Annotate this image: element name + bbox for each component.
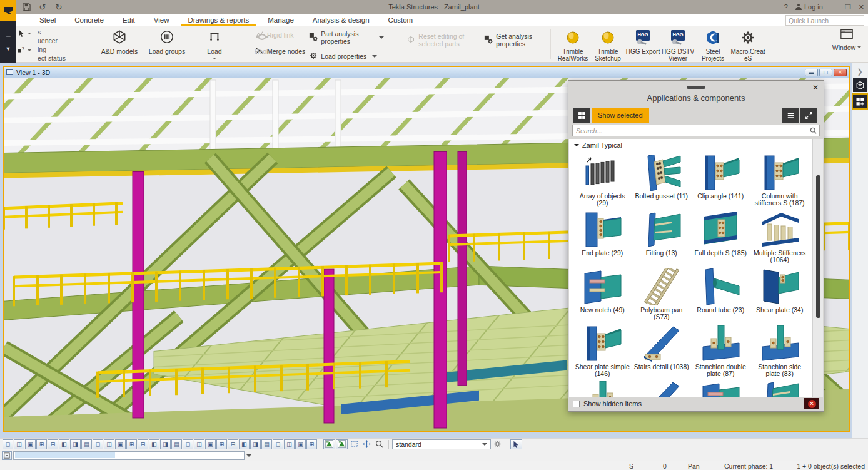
file-menu-rail[interactable]: ≡ ▼ bbox=[0, 21, 16, 63]
zoom-button[interactable] bbox=[373, 439, 385, 449]
quick-launch-input[interactable] bbox=[786, 17, 868, 24]
rigid-link-button[interactable]: Rigid link bbox=[255, 30, 305, 40]
selection-switch-5[interactable]: ⊟ bbox=[48, 439, 58, 449]
selection-switch-26[interactable]: ◫ bbox=[284, 439, 295, 449]
selection-switch-8[interactable]: ▤ bbox=[81, 439, 92, 449]
tab-manage[interactable]: Manage bbox=[258, 16, 303, 24]
login-button[interactable]: Log in bbox=[795, 3, 823, 11]
selection-switch-7[interactable]: ◨ bbox=[70, 439, 81, 449]
component-item-stanchion-double-plate-87[interactable]: Stanchion double plate (87) bbox=[691, 322, 750, 379]
get-analysis-properties-button[interactable]: Get analysis properties bbox=[484, 33, 559, 48]
reset-editing-of-selected-parts-button[interactable]: Reset editing of selected parts bbox=[406, 33, 480, 48]
reference-models-button[interactable] bbox=[853, 78, 867, 92]
selection-switch-4[interactable]: ⊞ bbox=[36, 439, 47, 449]
applications-components-button[interactable] bbox=[853, 95, 867, 108]
stop-button[interactable]: ✕ bbox=[804, 398, 819, 409]
tab-drawings-reports[interactable]: Drawings & reports bbox=[178, 16, 258, 24]
panel-scrollbar-thumb[interactable] bbox=[816, 175, 820, 318]
component-item-polybeam-pan-s73[interactable]: Polybeam pan (S73) bbox=[632, 265, 692, 322]
component-item-partial[interactable] bbox=[750, 379, 810, 397]
component-item-end-plate-29[interactable]: End plate (29) bbox=[573, 208, 632, 265]
chevron-right-icon[interactable]: ❯ bbox=[852, 63, 868, 76]
view-titlebar[interactable]: View 1 - 3D ▬ ▢ ✕ bbox=[4, 67, 849, 78]
tab-edit[interactable]: Edit bbox=[113, 16, 144, 24]
hamburger-menu-icon[interactable]: ≡ bbox=[6, 34, 11, 41]
panel-scrollbar[interactable] bbox=[812, 139, 823, 397]
component-item-partial[interactable] bbox=[632, 379, 692, 397]
show-selected-button[interactable]: Show selected bbox=[592, 108, 649, 123]
quick-launch-box[interactable] bbox=[785, 15, 864, 26]
tab-steel[interactable]: Steel bbox=[30, 16, 65, 24]
selection-switch-18[interactable]: ◫ bbox=[194, 439, 204, 449]
component-item-round-tube-23[interactable]: Round tube (23) bbox=[691, 265, 750, 322]
component-item-stairs-detail-1038[interactable]: Stairs detail (1038) bbox=[632, 322, 692, 379]
selection-switch-6[interactable]: ◧ bbox=[59, 439, 69, 449]
merge-nodes-button[interactable]: Merge nodes bbox=[255, 46, 305, 56]
selection-switch-21[interactable]: ⊟ bbox=[228, 439, 238, 449]
part-analysis-properties-button[interactable]: Part analysis properties bbox=[309, 30, 384, 45]
component-item-stanchion-side-plate-83[interactable]: Stanchion side plate (83) bbox=[750, 322, 810, 379]
selection-filter-dropdown[interactable]: standard bbox=[392, 439, 491, 449]
selection-switch-16[interactable]: ▤ bbox=[171, 439, 182, 449]
selection-switch-22[interactable]: ◧ bbox=[239, 439, 250, 449]
view-maximize-button[interactable]: ▢ bbox=[819, 69, 832, 76]
window-menu-button[interactable]: Window bbox=[830, 28, 863, 51]
select-area-button[interactable] bbox=[348, 439, 360, 449]
redo-icon[interactable]: ↻ bbox=[54, 2, 64, 12]
selection-switch-9[interactable]: ◻ bbox=[93, 439, 103, 449]
selection-switch-10[interactable]: ◫ bbox=[104, 439, 114, 449]
component-item-fitting-13[interactable]: Fitting (13) bbox=[632, 208, 692, 265]
selection-switch-19[interactable]: ▣ bbox=[205, 439, 216, 449]
selection-switch-1[interactable]: ◻ bbox=[3, 439, 13, 449]
list-view-button[interactable] bbox=[782, 108, 799, 123]
show-hidden-checkbox[interactable] bbox=[573, 401, 580, 407]
selection-switch-23[interactable]: ◨ bbox=[250, 439, 261, 449]
selection-switch-13[interactable]: ⊟ bbox=[138, 439, 148, 449]
tab-view[interactable]: View bbox=[144, 16, 179, 24]
component-item-new-notch-49[interactable]: New notch (49) bbox=[573, 265, 632, 322]
restore-button[interactable]: ❐ bbox=[845, 3, 851, 11]
drag-handle[interactable] bbox=[687, 86, 705, 89]
view-close-button[interactable]: ✕ bbox=[834, 69, 847, 76]
component-item-multiple-stiffeners-1064[interactable]: Multiple Stiffeners (1064) bbox=[750, 208, 810, 265]
component-item-shear-plate-34[interactable]: Shear plate (34) bbox=[750, 265, 810, 322]
command-input[interactable] bbox=[13, 451, 245, 460]
selection-switch-12[interactable]: ⊞ bbox=[126, 439, 137, 449]
load-groups-button[interactable]: Load groups bbox=[148, 28, 186, 63]
undo-icon[interactable]: ↺ bbox=[38, 2, 48, 12]
command-dropdown-button[interactable] bbox=[245, 451, 253, 460]
image-flag-button[interactable] bbox=[336, 439, 348, 449]
component-item-bolted-gusset-11[interactable]: Bolted gusset (11) bbox=[632, 151, 692, 208]
drag-and-drop-button[interactable] bbox=[510, 439, 522, 449]
load-properties-button[interactable]: Load properties bbox=[309, 51, 384, 61]
component-item-array-of-objects-29[interactable]: Array of objects (29) bbox=[573, 151, 632, 208]
selection-switch-11[interactable]: ▣ bbox=[115, 439, 126, 449]
panel-close-icon[interactable]: ✕ bbox=[812, 83, 819, 92]
command-icon-button[interactable] bbox=[2, 451, 12, 460]
selection-switch-17[interactable]: ◻ bbox=[183, 439, 193, 449]
image-flag-button[interactable] bbox=[323, 439, 335, 449]
selection-switch-15[interactable]: ◨ bbox=[160, 439, 171, 449]
move-button[interactable] bbox=[361, 439, 373, 449]
component-item-clip-angle-141[interactable]: Clip angle (141) bbox=[691, 151, 750, 208]
selection-switch-28[interactable]: ⊞ bbox=[306, 439, 317, 449]
a-d-models-button[interactable]: A&D models bbox=[100, 28, 139, 63]
selection-switch-27[interactable]: ▣ bbox=[295, 439, 306, 449]
component-item-partial[interactable] bbox=[573, 379, 632, 397]
component-item-partial[interactable] bbox=[691, 379, 750, 397]
selection-switch-2[interactable]: ◫ bbox=[14, 439, 24, 449]
filter-settings-button[interactable] bbox=[492, 439, 503, 449]
minimize-button[interactable]: — bbox=[830, 3, 837, 11]
help-button[interactable]: ? bbox=[784, 3, 788, 11]
tab-concrete[interactable]: Concrete bbox=[65, 16, 113, 24]
tab-analysis-design[interactable]: Analysis & design bbox=[303, 16, 379, 24]
save-icon[interactable] bbox=[21, 2, 31, 12]
component-item-shear-plate-simple-146[interactable]: Shear plate simple (146) bbox=[573, 322, 632, 379]
collapse-panel-button[interactable] bbox=[800, 108, 817, 123]
component-search-input[interactable] bbox=[573, 127, 810, 135]
selection-switch-14[interactable]: ◧ bbox=[149, 439, 159, 449]
selection-switch-24[interactable]: ▤ bbox=[261, 439, 272, 449]
inquire-button[interactable]: ? bbox=[18, 46, 31, 54]
close-button[interactable]: ✕ bbox=[859, 3, 864, 11]
selection-switch-20[interactable]: ⊞ bbox=[216, 439, 227, 449]
